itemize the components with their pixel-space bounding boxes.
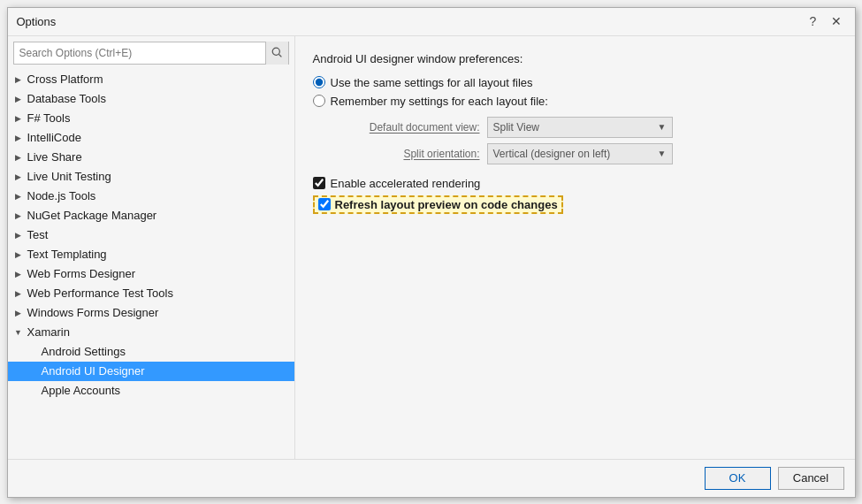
chevron-down-icon: ▼ [658, 149, 667, 158]
tree-item-label: Live Share [27, 150, 82, 164]
cancel-button[interactable]: Cancel [778, 467, 844, 490]
checkbox-accelerated-input[interactable] [313, 177, 325, 189]
checkbox-area: Enable accelerated rendering Refresh lay… [313, 177, 837, 214]
tree-item-nodejs-tools[interactable]: ▶ Node.js Tools [8, 187, 294, 206]
tree-item-label: Web Performance Test Tools [27, 286, 173, 300]
arrow-icon: ▶ [11, 267, 26, 281]
checkbox-item-accelerated: Enable accelerated rendering [313, 177, 837, 190]
chevron-down-icon: ▼ [658, 122, 667, 132]
radio-remember-label: Remember my settings for each layout fil… [331, 95, 548, 108]
arrow-icon: ▶ [11, 92, 26, 106]
tree-item-text-templating[interactable]: ▶ Text Templating [8, 245, 294, 264]
arrow-icon: ▶ [11, 286, 26, 301]
dialog-footer: OK Cancel [8, 459, 855, 497]
tree-item-label: Apple Accounts [42, 384, 121, 397]
tree-item-web-forms-designer[interactable]: ▶ Web Forms Designer [8, 264, 294, 284]
arrow-icon: ▶ [11, 131, 26, 145]
tree-item-label: Node.js Tools [27, 189, 96, 202]
checkbox-refresh-input[interactable] [318, 198, 331, 210]
tree-item-android-settings[interactable]: Android Settings [8, 342, 294, 362]
search-icon[interactable] [265, 42, 288, 65]
svg-point-0 [272, 48, 279, 55]
ok-button[interactable]: OK [705, 467, 771, 490]
checkbox-refresh-label: Refresh layout preview on code changes [335, 198, 558, 211]
radio-item-remember: Remember my settings for each layout fil… [313, 95, 837, 108]
tree-item-nuget-package-manager[interactable]: ▶ NuGet Package Manager [8, 206, 294, 225]
help-button[interactable]: ? [804, 11, 823, 31]
tree-item-label: Live Unit Testing [27, 170, 111, 183]
tree-item-label: Android UI Designer [42, 364, 145, 378]
arrow-icon: ▶ [11, 111, 26, 126]
tree-item-live-share[interactable]: ▶ Live Share [8, 148, 294, 167]
arrow-icon: ▶ [11, 73, 26, 87]
arrow-icon: ▶ [11, 170, 26, 184]
field-row-document-view: Default document view: Split View ▼ [334, 117, 837, 138]
arrow-icon: ▶ [11, 189, 26, 203]
arrow-icon: ▶ [11, 228, 26, 242]
tree-item-label: Xamarin [27, 325, 70, 339]
tree-item-test[interactable]: ▶ Test [8, 225, 294, 245]
field-split-orientation-value: Vertical (designer on left) [493, 148, 611, 160]
title-bar: Options ? ✕ [8, 8, 855, 36]
close-button[interactable]: ✕ [827, 11, 846, 31]
arrow-icon: ▶ [11, 306, 26, 320]
tree-item-android-ui-designer[interactable]: Android UI Designer [8, 362, 294, 381]
tree-item-label: Web Forms Designer [27, 267, 136, 280]
right-panel: Android UI designer window preferences: … [295, 36, 855, 459]
section-title: Android UI designer window preferences: [313, 52, 837, 65]
tree-item-label: Android Settings [42, 345, 126, 358]
radio-group: Use the same settings for all layout fil… [313, 76, 837, 108]
field-row-split-orientation: Split orientation: Vertical (designer on… [334, 143, 837, 164]
tree-item-label: IntelliCode [27, 131, 81, 144]
tree-item-xamarin[interactable]: ▼ Xamarin [8, 323, 294, 342]
tree-item-label: F# Tools [27, 111, 71, 125]
tree-item-label: Cross Platform [27, 73, 103, 86]
tree-item-apple-accounts[interactable]: Apple Accounts [8, 381, 294, 401]
left-panel: ▶ Cross Platform ▶ Database Tools ▶ F# T… [8, 36, 295, 459]
tree-item-web-performance-test-tools[interactable]: ▶ Web Performance Test Tools [8, 284, 294, 303]
title-icons: ? ✕ [804, 11, 846, 31]
tree-item-label: Test [27, 228, 49, 241]
field-split-orientation-label: Split orientation: [334, 148, 480, 160]
tree-item-windows-forms-designer[interactable]: ▶ Windows Forms Designer [8, 303, 294, 323]
tree-area: ▶ Cross Platform ▶ Database Tools ▶ F# T… [8, 70, 294, 459]
fields-area: Default document view: Split View ▼ Spli… [334, 117, 837, 164]
search-box [13, 42, 289, 65]
arrow-icon: ▶ [11, 248, 26, 262]
svg-line-1 [278, 55, 281, 57]
dialog-body: ▶ Cross Platform ▶ Database Tools ▶ F# T… [8, 36, 855, 459]
tree-item-cross-platform[interactable]: ▶ Cross Platform [8, 70, 294, 89]
field-split-orientation-select[interactable]: Vertical (designer on left) ▼ [487, 143, 673, 164]
tree-item-intellicode[interactable]: ▶ IntelliCode [8, 128, 294, 148]
tree-item-label: Windows Forms Designer [27, 306, 159, 319]
tree-item-live-unit-testing[interactable]: ▶ Live Unit Testing [8, 167, 294, 187]
radio-remember-input[interactable] [313, 95, 325, 107]
arrow-icon: ▶ [11, 150, 26, 164]
field-document-view-value: Split View [493, 121, 539, 134]
field-document-view-select[interactable]: Split View ▼ [487, 117, 673, 138]
tree-item-label: NuGet Package Manager [27, 209, 157, 222]
tree-item-fsharp-tools[interactable]: ▶ F# Tools [8, 109, 294, 128]
arrow-icon: ▶ [11, 209, 26, 223]
tree-item-label: Text Templating [27, 248, 107, 261]
tree-item-label: Database Tools [27, 92, 106, 105]
options-dialog: Options ? ✕ ▶ [7, 7, 856, 498]
search-input[interactable] [14, 45, 265, 61]
tree-item-database-tools[interactable]: ▶ Database Tools [8, 89, 294, 109]
highlight-box-refresh: Refresh layout preview on code changes [313, 195, 563, 214]
radio-item-same: Use the same settings for all layout fil… [313, 76, 837, 89]
dialog-title: Options [17, 15, 57, 28]
radio-same-input[interactable] [313, 76, 325, 88]
field-document-view-label: Default document view: [334, 121, 480, 134]
radio-same-label: Use the same settings for all layout fil… [331, 76, 533, 89]
checkbox-accelerated-label: Enable accelerated rendering [331, 177, 481, 190]
arrow-down-icon: ▼ [11, 325, 26, 340]
